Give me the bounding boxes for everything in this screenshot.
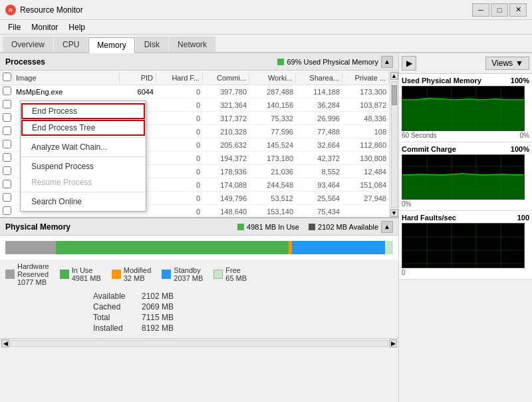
ctx-resume-process: Resume Process — [21, 174, 146, 190]
row-hard-faults: 0 — [156, 180, 203, 190]
row-commit: 194,372 — [203, 153, 249, 164]
row-private: 108 — [342, 126, 389, 137]
tab-cpu[interactable]: CPU — [54, 37, 88, 52]
row-checkbox[interactable] — [0, 112, 13, 124]
col-image[interactable]: Image — [13, 73, 120, 83]
graph2-title-row: Commit Charge 100% — [402, 145, 529, 153]
row-checkbox[interactable] — [0, 125, 13, 138]
horizontal-scroll-track[interactable] — [11, 340, 388, 347]
row-commit: 178,936 — [203, 166, 249, 177]
legend-hardware-reserved: HardwareReserved1077 MB — [5, 262, 49, 286]
tab-memory[interactable]: Memory — [88, 37, 134, 53]
col-working[interactable]: Worki... — [249, 73, 296, 83]
memory-status: 4981 MB In Use 2102 MB Available ▲ — [237, 221, 393, 233]
col-pid[interactable]: PID — [120, 73, 156, 83]
menu-monitor[interactable]: Monitor — [26, 21, 63, 33]
row-working: 287,488 — [249, 87, 296, 97]
menu-file[interactable]: File — [3, 21, 26, 33]
row-working: 77,596 — [249, 126, 296, 137]
row-shareable: 93,464 — [296, 180, 342, 190]
row-checkbox[interactable] — [0, 205, 13, 217]
row-commit: 210,328 — [203, 126, 249, 137]
legend-free-label: Free65 MB — [225, 266, 247, 282]
stat-total-value: 7115 MB — [142, 313, 174, 322]
row-hard-faults: 0 — [156, 126, 203, 137]
scroll-up-arrow[interactable]: ▲ — [390, 72, 398, 80]
row-commit: 397,780 — [203, 87, 249, 97]
row-commit: 149,796 — [203, 193, 249, 204]
graph3-percent: 100 — [517, 214, 529, 222]
collapse-processes-button[interactable]: ▲ — [381, 56, 393, 68]
memory-available: 2102 MB Available — [318, 223, 378, 231]
processes-status-text: 69% Used Physical Memory — [287, 58, 378, 66]
col-hard-faults[interactable]: Hard F... — [156, 73, 203, 83]
collapse-memory-button[interactable]: ▲ — [381, 221, 393, 233]
row-shareable: 26,996 — [296, 113, 342, 124]
ctx-analyze-wait-chain[interactable]: Analyze Wait Chain... — [21, 139, 146, 155]
graph2-canvas — [402, 154, 525, 200]
views-button[interactable]: Views ▼ — [485, 57, 529, 70]
row-working: 53,512 — [249, 193, 296, 204]
row-private: 173,300 — [342, 87, 389, 97]
bar-free — [385, 241, 393, 254]
scroll-thumb[interactable] — [392, 85, 397, 105]
ctx-end-process[interactable]: End Process — [21, 103, 145, 119]
minimize-button[interactable]: ─ — [472, 3, 489, 17]
tab-disk[interactable]: Disk — [136, 37, 168, 52]
ctx-separator-2 — [21, 156, 146, 157]
row-checkbox[interactable] — [0, 165, 13, 178]
tab-network[interactable]: Network — [169, 37, 215, 52]
row-checkbox[interactable] — [0, 192, 13, 204]
col-commit[interactable]: Commi... — [203, 73, 249, 83]
scroll-right-arrow[interactable]: ▶ — [389, 339, 397, 347]
col-shareable[interactable]: Sharea... — [296, 73, 342, 83]
legend-free-color — [213, 270, 223, 279]
ctx-search-online[interactable]: Search Online — [21, 194, 146, 210]
stat-installed-label: Installed — [93, 323, 136, 333]
close-button[interactable]: ✕ — [509, 3, 527, 17]
scroll-track[interactable] — [391, 81, 398, 208]
graph2-zero: 0% — [402, 200, 411, 208]
table-header: Image PID Hard F... Commi... Worki... Sh… — [0, 71, 389, 85]
nav-button[interactable]: ▶ — [402, 56, 416, 71]
select-all-checkbox[interactable] — [3, 73, 11, 81]
graph2-bottom: 0% — [402, 200, 529, 208]
graph1-time-label: 60 Seconds — [402, 132, 437, 139]
row-hard-faults: 0 — [156, 100, 203, 110]
row-hard-faults: 0 — [156, 113, 203, 124]
legend-standby-label: Standby2037 MB — [174, 266, 203, 282]
col-private[interactable]: Private ... — [342, 73, 389, 83]
graph-hard-faults: Hard Faults/sec 100 0 — [399, 211, 532, 280]
right-panel-header: ▶ Views ▼ — [399, 53, 532, 74]
row-checkbox[interactable] — [0, 178, 13, 191]
row-shareable: 8,552 — [296, 166, 342, 177]
menu-help[interactable]: Help — [63, 21, 90, 33]
maximize-button[interactable]: □ — [491, 3, 508, 17]
graph3-bottom: 0 — [402, 269, 529, 276]
scroll-down-arrow[interactable]: ▼ — [390, 209, 398, 217]
row-checkbox[interactable] — [0, 138, 13, 151]
ctx-end-process-tree[interactable]: End Process Tree — [21, 120, 145, 136]
row-shareable: 77,488 — [296, 126, 342, 137]
ctx-separator-3 — [21, 192, 146, 192]
row-checkbox[interactable] — [0, 85, 13, 98]
row-checkbox[interactable] — [0, 99, 13, 111]
row-checkbox[interactable] — [0, 152, 13, 164]
row-private: 103,872 — [342, 100, 389, 110]
row-private: 130,808 — [342, 153, 389, 164]
scroll-left-arrow[interactable]: ◀ — [1, 339, 9, 347]
window-controls: ─ □ ✕ — [472, 3, 527, 17]
legend-modified-color — [112, 270, 121, 279]
stat-total-label: Total — [93, 313, 136, 322]
row-image: MsMpEng.exe — [13, 87, 120, 97]
table-row[interactable]: MsMpEng.exe 6044 0 397,780 287,488 114,1… — [0, 85, 389, 99]
tab-overview[interactable]: Overview — [3, 37, 53, 52]
row-hard-faults: 0 — [156, 153, 203, 164]
legend-inuse-color — [60, 270, 69, 279]
physical-memory-section: Physical Memory 4981 MB In Use 2102 MB A… — [0, 217, 398, 338]
stat-cached: Cached 2069 MB — [93, 302, 174, 311]
row-private: 48,336 — [342, 113, 389, 124]
ctx-suspend-process[interactable]: Suspend Process — [21, 158, 146, 174]
row-private: 12,484 — [342, 166, 389, 177]
row-shareable: 75,434 — [296, 206, 342, 217]
